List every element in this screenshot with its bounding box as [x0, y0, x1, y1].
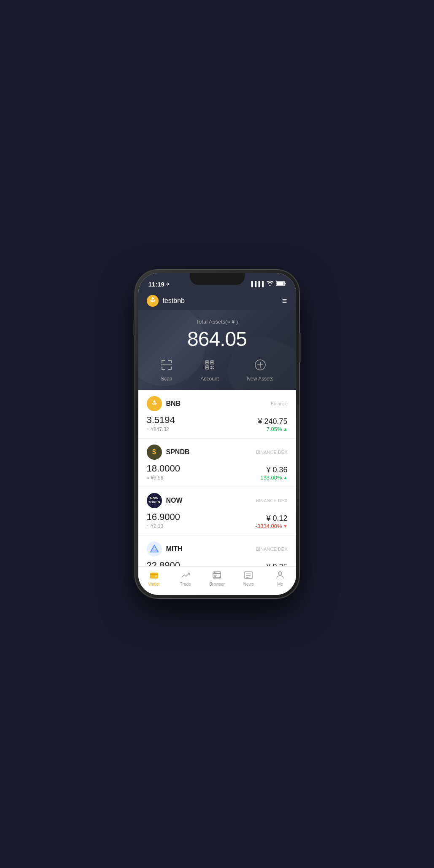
account-icon [204, 359, 216, 373]
now-exchange: BINANCE DEX [256, 498, 288, 503]
hero-section: Total Assets(≈ ¥ ) 864.05 [138, 310, 296, 390]
now-balance: 16.9000 [147, 512, 181, 522]
svg-rect-14 [206, 362, 208, 363]
bottom-nav: Wallet Trade [138, 566, 296, 595]
phone-frame: 11:19 ✈ ▐▐▐▐ [135, 270, 299, 598]
svg-rect-11 [171, 367, 172, 370]
spndb-up-arrow: ▲ [283, 475, 288, 480]
new-assets-label: New Assets [247, 376, 273, 382]
scan-button[interactable]: Scan [161, 359, 173, 382]
trade-icon [181, 570, 191, 580]
svg-rect-36 [213, 578, 221, 579]
now-fiat: ≈ ¥2.13 [147, 523, 181, 529]
nav-browser-label: Browser [209, 582, 225, 587]
asset-item-now[interactable]: NOWTOKEN NOW BINANCE DEX 16.9000 ≈ ¥2.13… [138, 487, 296, 536]
svg-rect-5 [162, 360, 162, 363]
wifi-icon [267, 281, 273, 287]
wallet-icon [149, 570, 159, 580]
svg-rect-12 [161, 364, 172, 365]
svg-rect-35 [216, 572, 216, 573]
account-label: Account [200, 376, 218, 382]
svg-rect-30 [150, 574, 158, 575]
svg-rect-4 [162, 360, 165, 361]
svg-rect-23 [212, 367, 213, 368]
new-assets-button[interactable]: New Assets [247, 359, 273, 382]
svg-rect-16 [211, 362, 213, 363]
svg-rect-33 [213, 573, 221, 574]
menu-button[interactable]: ≡ [282, 296, 288, 306]
bnb-balance: 3.5194 [147, 415, 175, 426]
now-name: NOW [166, 497, 183, 504]
signal-icon: ▐▐▐▐ [249, 281, 264, 287]
spndb-exchange: BINANCE DEX [256, 450, 288, 455]
spndb-name: SPNDB [166, 448, 190, 456]
asset-item-mith[interactable]: MITH BINANCE DEX 22.8900 ≈ ¥8.02 ¥ 0.35 … [138, 536, 296, 566]
nav-wallet-label: Wallet [148, 582, 159, 587]
nav-me-label: Me [277, 582, 283, 587]
news-icon [243, 570, 253, 580]
spndb-change: 133.00% ▲ [260, 474, 287, 481]
now-change: -3334.00% ▼ [256, 523, 288, 529]
location-icon: ✈ [166, 282, 170, 287]
now-price: ¥ 0.12 [256, 514, 288, 523]
svg-rect-22 [213, 368, 214, 369]
nav-trade-label: Trade [180, 582, 191, 587]
mith-balance: 22.8900 [147, 560, 181, 566]
svg-rect-20 [210, 368, 212, 369]
spndb-icon: $ [147, 445, 162, 460]
scan-label: Scan [161, 376, 172, 382]
bnb-exchange: Binance [271, 401, 288, 406]
svg-rect-21 [213, 366, 214, 367]
asset-item-bnb[interactable]: BNB Binance 3.5194 ≈ ¥847.32 ¥ 240.75 7.… [138, 390, 296, 439]
svg-rect-10 [168, 369, 172, 370]
svg-rect-9 [162, 367, 162, 370]
mith-name: MITH [166, 545, 183, 553]
bnb-fiat: ≈ ¥847.32 [147, 426, 175, 432]
nav-news[interactable]: News [233, 570, 264, 587]
nav-browser[interactable]: Browser [201, 570, 233, 587]
svg-rect-19 [210, 366, 212, 367]
svg-point-24 [255, 360, 265, 370]
svg-rect-8 [162, 369, 165, 370]
nav-news-label: News [243, 582, 254, 587]
svg-point-31 [155, 576, 156, 577]
me-icon [275, 570, 285, 580]
bnb-change: 7.05% ▲ [258, 426, 287, 432]
spndb-fiat: ≈ ¥6.58 [147, 475, 181, 481]
battery-icon [276, 281, 286, 287]
total-assets-label: Total Assets(≈ ¥ ) [147, 319, 288, 325]
spndb-balance: 18.0000 [147, 463, 181, 474]
svg-rect-34 [214, 572, 215, 573]
svg-rect-29 [150, 573, 158, 579]
spndb-price: ¥ 0.36 [260, 466, 287, 474]
asset-list: BNB Binance 3.5194 ≈ ¥847.32 ¥ 240.75 7.… [138, 390, 296, 566]
svg-rect-7 [171, 360, 172, 363]
nav-wallet[interactable]: Wallet [138, 570, 170, 587]
bnb-name: BNB [166, 400, 181, 407]
bnb-up-arrow: ▲ [283, 427, 288, 431]
mith-price: ¥ 0.35 [259, 563, 288, 566]
nav-trade[interactable]: Trade [170, 570, 201, 587]
new-assets-icon [254, 359, 266, 373]
svg-rect-18 [206, 367, 208, 368]
svg-rect-1 [285, 283, 286, 284]
app-header: testbnb ≡ [138, 292, 296, 310]
mith-exchange: BINANCE DEX [256, 547, 288, 552]
mith-icon [147, 541, 162, 557]
notch [190, 273, 245, 285]
total-assets-amount: 864.05 [147, 327, 288, 351]
svg-point-41 [278, 572, 282, 575]
bnb-price: ¥ 240.75 [258, 417, 287, 426]
svg-rect-6 [168, 360, 172, 361]
browser-icon [212, 570, 222, 580]
now-icon: NOWTOKEN [147, 493, 162, 508]
asset-item-spndb[interactable]: $ SPNDB BINANCE DEX 18.0000 ≈ ¥6.58 ¥ 0.… [138, 439, 296, 487]
scan-icon [161, 359, 173, 373]
app-logo [147, 295, 159, 307]
now-down-arrow: ▼ [283, 524, 288, 528]
svg-rect-2 [276, 282, 283, 285]
app-username: testbnb [163, 297, 185, 305]
nav-me[interactable]: Me [264, 570, 296, 587]
account-button[interactable]: Account [200, 359, 218, 382]
svg-point-3 [147, 295, 159, 307]
